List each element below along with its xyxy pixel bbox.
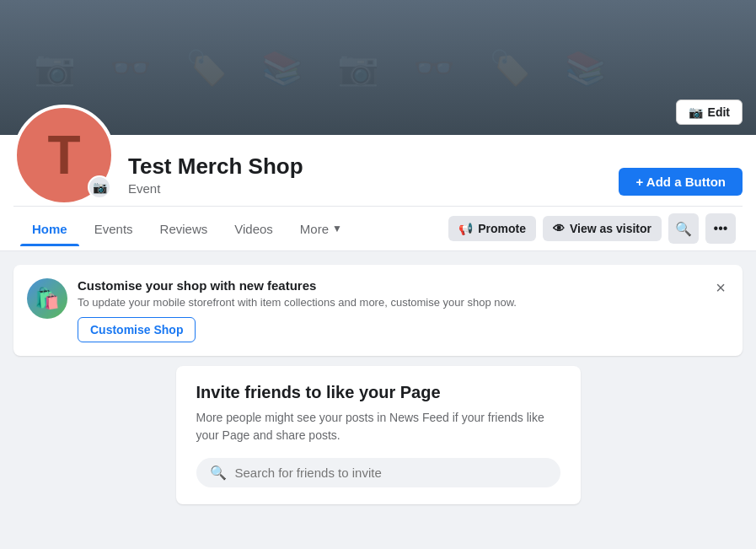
main-content: 🛍️ Customise your shop with new features… [0, 251, 756, 518]
promote-label: Promote [478, 222, 526, 235]
profile-type: Event [128, 181, 605, 196]
more-options-button[interactable]: ••• [705, 213, 736, 244]
tab-videos[interactable]: Videos [223, 212, 285, 246]
promote-button[interactable]: 📢 Promote [448, 216, 536, 241]
notification-description: To update your mobile storefront with it… [78, 296, 702, 309]
profile-row: T 📷 Test Merch Shop Event + Add a Button [13, 135, 743, 206]
camera-icon: 📷 [689, 105, 703, 119]
invite-search-icon: 🔍 [210, 465, 227, 481]
notification-content: Customise your shop with new features To… [78, 278, 702, 342]
customise-shop-button[interactable]: Customise Shop [78, 317, 196, 342]
notification-banner: 🛍️ Customise your shop with new features… [13, 265, 743, 356]
nav-actions: 📢 Promote 👁 View as visitor 🔍 ••• [448, 207, 736, 250]
notification-icon: 🛍️ [27, 278, 67, 319]
avatar-letter: T [47, 124, 80, 186]
close-icon: × [716, 278, 726, 297]
invite-description: More people might see your posts in News… [196, 409, 560, 444]
view-as-visitor-button[interactable]: 👁 View as visitor [543, 216, 662, 241]
avatar-wrapper: T 📷 [13, 105, 115, 206]
invite-card: Invite friends to like your Page More pe… [176, 366, 581, 504]
notification-close-button[interactable]: × [712, 278, 729, 298]
eye-icon: 👁 [553, 222, 565, 235]
view-as-visitor-label: View as visitor [570, 222, 651, 235]
megaphone-icon: 📢 [458, 222, 473, 235]
edit-cover-label: Edit [708, 105, 730, 119]
add-button-label: + Add a Button [635, 175, 726, 189]
profile-info: Test Merch Shop Event [128, 153, 605, 206]
invite-title: Invite friends to like your Page [196, 383, 560, 402]
invite-search-bar: 🔍 [196, 458, 560, 487]
tab-more[interactable]: More ▼ [288, 212, 354, 246]
edit-cover-button[interactable]: 📷 Edit [676, 100, 743, 125]
add-button-btn[interactable]: + Add a Button [619, 168, 743, 196]
customise-shop-label: Customise Shop [90, 323, 183, 336]
tab-events[interactable]: Events [83, 212, 145, 246]
camera-small-icon: 📷 [93, 180, 107, 194]
profile-name: Test Merch Shop [128, 153, 605, 180]
invite-search-input[interactable] [235, 466, 547, 480]
profile-section: T 📷 Test Merch Shop Event + Add a Button… [0, 135, 756, 251]
search-nav-button[interactable]: 🔍 [668, 213, 699, 244]
search-icon: 🔍 [675, 221, 692, 237]
shop-icon: 🛍️ [35, 287, 60, 310]
tab-home[interactable]: Home [20, 212, 79, 246]
tab-reviews[interactable]: Reviews [148, 212, 220, 246]
chevron-down-icon: ▼ [332, 223, 342, 234]
profile-actions: + Add a Button [619, 168, 743, 206]
avatar-camera-button[interactable]: 📷 [88, 175, 111, 199]
ellipsis-icon: ••• [714, 221, 728, 236]
nav-tabs: Home Events Reviews Videos More ▼ 📢 Prom… [13, 206, 743, 250]
notification-icon-wrapper: 🛍️ [27, 278, 67, 319]
notification-title: Customise your shop with new features [78, 278, 702, 293]
